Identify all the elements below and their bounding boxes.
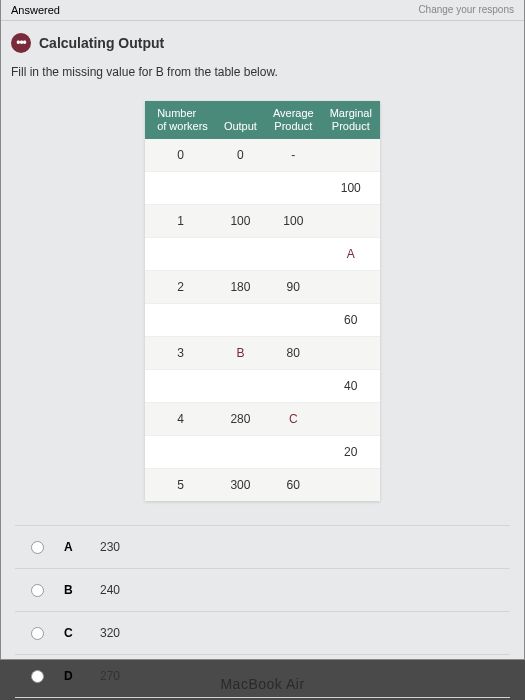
- table-row: 218090: [145, 271, 380, 304]
- table-cell: [322, 469, 380, 502]
- table-cell: [145, 304, 216, 337]
- table-row: A: [145, 238, 380, 271]
- more-icon: •••: [11, 33, 31, 53]
- top-bar: Answered Change your respons: [1, 0, 524, 21]
- answer-options: A230B240C320D270: [1, 519, 524, 700]
- table-cell: [216, 304, 265, 337]
- device-label: MacBook Air: [0, 676, 525, 692]
- table-cell: 4: [145, 403, 216, 436]
- section-header: ••• Calculating Output: [1, 21, 524, 61]
- option-letter: C: [64, 626, 80, 640]
- table-row: 530060: [145, 469, 380, 502]
- option-value: 240: [100, 583, 120, 597]
- option-a[interactable]: A230: [15, 525, 510, 568]
- table-cell: [265, 172, 322, 205]
- table-cell: 3: [145, 337, 216, 370]
- table-cell: [322, 271, 380, 304]
- table-cell: -: [265, 139, 322, 172]
- table-cell: [216, 172, 265, 205]
- table-row: 3B80: [145, 337, 380, 370]
- option-letter: B: [64, 583, 80, 597]
- section-title: Calculating Output: [39, 35, 164, 51]
- instruction-text: Fill in the missing value for B from the…: [1, 61, 524, 93]
- table-cell: [265, 238, 322, 271]
- table-cell: 60: [322, 304, 380, 337]
- table-cell: 280: [216, 403, 265, 436]
- table-cell: [322, 139, 380, 172]
- table-cell: [265, 304, 322, 337]
- table-cell: 100: [216, 205, 265, 238]
- table-cell: 100: [322, 172, 380, 205]
- col-marginal: MarginalProduct: [322, 101, 380, 139]
- table-row: 00-: [145, 139, 380, 172]
- table-cell: 0: [145, 139, 216, 172]
- radio-icon[interactable]: [31, 627, 44, 640]
- table-cell: 0: [216, 139, 265, 172]
- table-cell: [265, 370, 322, 403]
- production-table: Numberof workers Output AverageProduct M…: [145, 101, 380, 501]
- table-row: 1100100: [145, 205, 380, 238]
- col-average: AverageProduct: [265, 101, 322, 139]
- table-cell: 20: [322, 436, 380, 469]
- table-cell: [145, 238, 216, 271]
- col-output: Output: [216, 101, 265, 139]
- table-cell: B: [216, 337, 265, 370]
- table-cell: [216, 370, 265, 403]
- table-row: 20: [145, 436, 380, 469]
- table-cell: [265, 436, 322, 469]
- table-row: 100: [145, 172, 380, 205]
- table-cell: 60: [265, 469, 322, 502]
- option-value: 230: [100, 540, 120, 554]
- option-b[interactable]: B240: [15, 568, 510, 611]
- radio-icon[interactable]: [31, 584, 44, 597]
- option-value: 320: [100, 626, 120, 640]
- change-response-link[interactable]: Change your respons: [418, 4, 514, 16]
- table-cell: 100: [265, 205, 322, 238]
- answered-label: Answered: [11, 4, 60, 16]
- table-cell: 40: [322, 370, 380, 403]
- table-row: 60: [145, 304, 380, 337]
- table-cell: 2: [145, 271, 216, 304]
- table-cell: [322, 337, 380, 370]
- table-cell: 1: [145, 205, 216, 238]
- table-cell: 5: [145, 469, 216, 502]
- table-cell: [216, 238, 265, 271]
- table-cell: [322, 205, 380, 238]
- radio-icon[interactable]: [31, 541, 44, 554]
- col-workers: Numberof workers: [145, 101, 216, 139]
- table-row: 40: [145, 370, 380, 403]
- table-cell: 80: [265, 337, 322, 370]
- table-cell: 180: [216, 271, 265, 304]
- table-cell: 300: [216, 469, 265, 502]
- table-cell: [145, 436, 216, 469]
- option-c[interactable]: C320: [15, 611, 510, 654]
- table-row: 4280C: [145, 403, 380, 436]
- option-letter: A: [64, 540, 80, 554]
- table-cell: [145, 172, 216, 205]
- table-cell: [322, 403, 380, 436]
- table-cell: C: [265, 403, 322, 436]
- table-cell: A: [322, 238, 380, 271]
- table-cell: 90: [265, 271, 322, 304]
- table-cell: [216, 436, 265, 469]
- quiz-screen: Answered Change your respons ••• Calcula…: [0, 0, 525, 660]
- table-cell: [145, 370, 216, 403]
- table-container: Numberof workers Output AverageProduct M…: [1, 93, 524, 519]
